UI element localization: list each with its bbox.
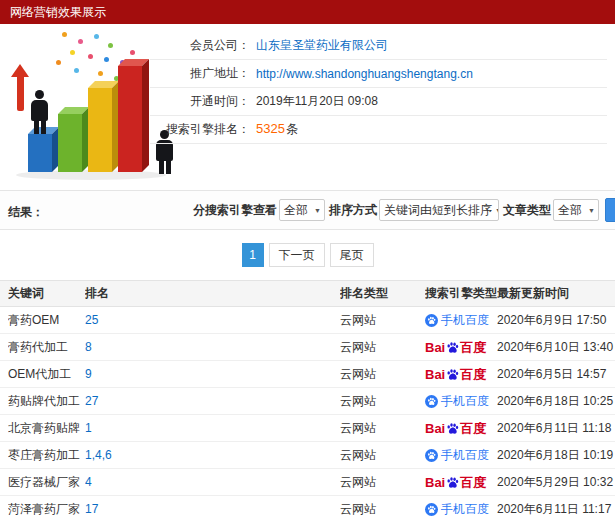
- info-value-text: 5325: [256, 121, 285, 136]
- rank-type-cell: 云网站: [340, 366, 425, 383]
- rank-type-cell: 云网站: [340, 474, 425, 491]
- sort-filter-select[interactable]: 关键词由短到长排序 ▼: [379, 199, 499, 221]
- rank-type-cell: 云网站: [340, 393, 425, 410]
- keyword-cell: 膏药代加工: [8, 339, 85, 356]
- info-label: 推广地址：: [150, 65, 250, 82]
- engine-cell: 手机百度: [425, 393, 497, 410]
- rank-link[interactable]: 27: [85, 394, 98, 408]
- info-value: 2019年11月20日 09:08: [256, 93, 379, 110]
- info-table: 会员公司： 山东皇圣堂药业有限公司 推广地址： http://www.shand…: [150, 32, 607, 144]
- table-body: 膏药OEM 25 云网站 手机百度 2020年6月9日 17:50 膏药代加工 …: [0, 307, 615, 520]
- table-row: 膏药代加工 8 云网站 Bai 百度 2020年6月10日 13:40: [0, 334, 615, 361]
- info-value-text: 山东皇圣堂药业有限公司: [256, 38, 388, 52]
- baidu-bai-text: Bai: [425, 476, 445, 489]
- page-1-button[interactable]: 1: [242, 243, 264, 267]
- mobile-baidu-label: 手机百度: [441, 447, 489, 464]
- engine-cell: Bai 百度: [425, 476, 497, 489]
- last-page-button[interactable]: 尾页: [330, 243, 374, 267]
- engine-filter-select[interactable]: 全部 ▼: [279, 199, 325, 221]
- info-value[interactable]: http://www.shandonghuangshengtang.cn: [256, 67, 474, 81]
- updated-time-cell: 2020年6月11日 11:18: [497, 420, 615, 437]
- decorative-dot: [88, 54, 93, 59]
- chart-bar-green: [58, 114, 82, 172]
- updated-time-cell: 2020年6月18日 10:19: [497, 447, 615, 464]
- updated-time-cell: 2020年6月11日 11:17: [497, 501, 615, 518]
- info-section: 会员公司： 山东皇圣堂药业有限公司 推广地址： http://www.shand…: [0, 24, 615, 190]
- keyword-cell: 膏药OEM: [8, 312, 85, 329]
- engine-cell: 手机百度: [425, 312, 497, 329]
- table-row: 药贴牌代加工 27 云网站 手机百度 2020年6月18日 10:25: [0, 388, 615, 415]
- header-rank: 排名: [85, 285, 340, 302]
- info-value-text: 2019年11月20日 09:08: [256, 94, 378, 108]
- rank-link[interactable]: 4: [85, 475, 92, 489]
- engine-cell: Bai 百度: [425, 368, 497, 381]
- sort-filter-value: 关键词由短到长排序: [384, 202, 492, 219]
- marketing-report-page: 网络营销效果展示: [0, 0, 615, 520]
- chevron-down-icon: ▼: [495, 207, 499, 214]
- mobile-baidu-badge: 手机百度: [425, 312, 489, 329]
- keyword-cell: 菏泽膏药厂家: [8, 501, 85, 518]
- baidu-paw-icon: [446, 476, 459, 489]
- engine-cell: Bai 百度: [425, 422, 497, 435]
- baidu-logo: Bai 百度: [425, 476, 486, 489]
- baidu-logo: Bai 百度: [425, 422, 486, 435]
- engine-filter-value: 全部: [284, 202, 308, 219]
- table-row: 菏泽膏药厂家 17 云网站 手机百度 2020年6月11日 11:17: [0, 496, 615, 520]
- decorative-dot: [74, 68, 79, 73]
- mobile-baidu-label: 手机百度: [441, 393, 489, 410]
- next-page-button[interactable]: 下一页: [269, 243, 325, 267]
- baidu-cn-text: 百度: [460, 341, 486, 354]
- decorative-dot: [108, 43, 113, 48]
- decorative-dot: [70, 50, 75, 55]
- baidu-bai-text: Bai: [425, 341, 445, 354]
- mobile-baidu-icon: [425, 314, 438, 327]
- chart-bar-gold: [88, 88, 112, 172]
- info-value-suffix: 条: [286, 122, 298, 136]
- chart-bar-blue: [28, 134, 52, 172]
- info-label: 会员公司：: [150, 37, 250, 54]
- info-value[interactable]: 山东皇圣堂药业有限公司: [256, 37, 389, 54]
- rank-link[interactable]: 25: [85, 313, 98, 327]
- header-keyword: 关键词: [8, 285, 85, 302]
- rank-link[interactable]: 8: [85, 340, 92, 354]
- decorative-dot: [130, 50, 135, 55]
- rank-link[interactable]: 9: [85, 367, 92, 381]
- info-row: 搜索引擎排名： 5325条: [150, 116, 607, 144]
- baidu-cn-text: 百度: [460, 422, 486, 435]
- article-type-select[interactable]: 全部 ▼: [553, 199, 599, 221]
- rank-type-cell: 云网站: [340, 447, 425, 464]
- article-type-label: 文章类型: [503, 202, 551, 219]
- baidu-paw-icon: [446, 341, 459, 354]
- rank-link[interactable]: 1: [85, 421, 92, 435]
- keyword-cell: 医疗器械厂家: [8, 474, 85, 491]
- mobile-baidu-badge: 手机百度: [425, 393, 489, 410]
- submit-button[interactable]: 提交: [605, 198, 615, 222]
- rank-link[interactable]: 1,4,6: [85, 448, 112, 462]
- baidu-logo: Bai 百度: [425, 368, 486, 381]
- results-table: 关键词 排名 排名类型 搜索引擎类型 最新更新时间 膏药OEM 25 云网站 手…: [0, 280, 615, 520]
- baidu-cn-text: 百度: [460, 368, 486, 381]
- baidu-bai-text: Bai: [425, 368, 445, 381]
- person-figure-left: [29, 90, 51, 134]
- header-updated-time: 最新更新时间: [497, 285, 615, 302]
- filter-bar: 结果： 分搜索引擎查看 全部 ▼ 排序方式 关键词由短到长排序 ▼ 文章类型 全…: [0, 190, 615, 230]
- mobile-baidu-badge: 手机百度: [425, 501, 489, 518]
- mobile-baidu-icon: [425, 449, 438, 462]
- mobile-baidu-badge: 手机百度: [425, 447, 489, 464]
- sort-filter-label: 排序方式: [329, 202, 377, 219]
- mobile-baidu-label: 手机百度: [441, 501, 489, 518]
- rank-type-cell: 云网站: [340, 312, 425, 329]
- decorative-dot: [104, 57, 109, 62]
- mobile-baidu-icon: [425, 395, 438, 408]
- keyword-cell: 北京膏药贴牌: [8, 420, 85, 437]
- decorative-dot: [56, 60, 61, 65]
- info-row: 推广地址： http://www.shandonghuangshengtang.…: [150, 60, 607, 88]
- rank-link[interactable]: 17: [85, 502, 98, 516]
- header-rank-type: 排名类型: [340, 285, 425, 302]
- keyword-cell: 药贴牌代加工: [8, 393, 85, 410]
- decorative-dot: [98, 71, 103, 76]
- baidu-paw-icon: [446, 422, 459, 435]
- updated-time-cell: 2020年6月18日 10:25: [497, 393, 615, 410]
- table-row: 医疗器械厂家 4 云网站 Bai 百度 2020年5月29日 10:32: [0, 469, 615, 496]
- keyword-cell: 枣庄膏药加工: [8, 447, 85, 464]
